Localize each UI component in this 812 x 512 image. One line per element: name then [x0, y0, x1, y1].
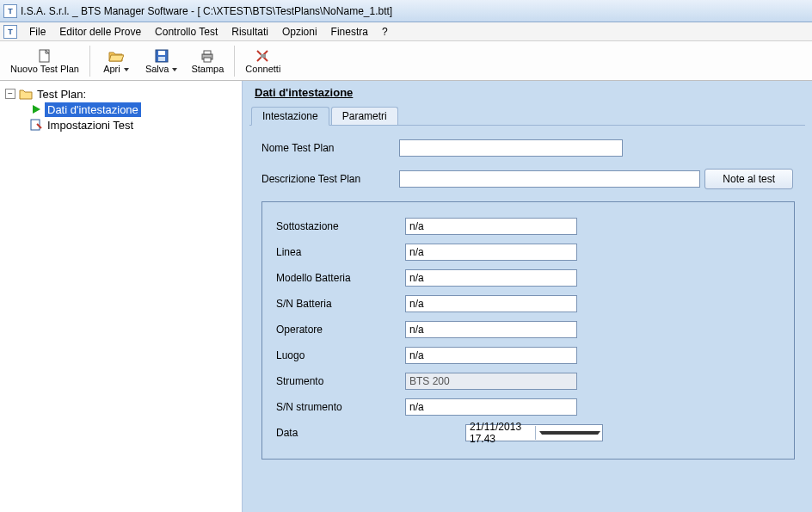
dropdown-arrow-icon[interactable] — [535, 426, 601, 440]
input-luogo[interactable] — [405, 347, 577, 364]
content-panel: Dati d'intestazione Intestazione Paramet… — [243, 81, 812, 512]
window-titlebar: T I.S.A. S.r.l. _ BTS Manager Software -… — [0, 0, 812, 22]
toolbar-connect[interactable]: Connetti — [240, 44, 286, 78]
row-strumento: Strumento — [276, 373, 784, 390]
input-strumento — [405, 373, 577, 390]
label-sn-strumento: S/N strumento — [276, 401, 405, 413]
tree-item-dati-intestazione[interactable]: Dati d'intestazione — [3, 102, 238, 117]
label-luogo: Luogo — [276, 349, 405, 361]
menu-file[interactable]: File — [22, 24, 52, 40]
menu-editor-prove[interactable]: Editor delle Prove — [52, 24, 148, 40]
details-groupbox: Sottostazione Linea Modello Batteria S/N… — [261, 201, 795, 460]
mdi-child-icon: T — [3, 25, 17, 39]
input-sn-strumento[interactable] — [405, 398, 577, 416]
input-nome-testplan[interactable] — [399, 139, 623, 157]
tab-body: Nome Test Plan Descrizione Test Plan Not… — [249, 125, 805, 468]
toolbar-connect-label: Connetti — [245, 64, 280, 74]
row-sottostazione: Sottostazione — [276, 218, 784, 235]
toolbar-new-label: Nuovo Test Plan — [10, 64, 79, 74]
label-linea: Linea — [276, 246, 405, 258]
folder-icon — [19, 88, 33, 100]
folder-open-icon — [108, 48, 124, 64]
label-modello-batteria: Modello Batteria — [276, 272, 405, 284]
label-descrizione-testplan: Descrizione Test Plan — [261, 173, 399, 185]
label-strumento: Strumento — [276, 375, 405, 387]
toolbar: Nuovo Test Plan Apri Salva Stampa Connet… — [0, 41, 812, 81]
menubar: T File Editor delle Prove Controllo Test… — [0, 22, 812, 41]
label-nome-testplan: Nome Test Plan — [261, 142, 399, 154]
input-sottostazione[interactable] — [405, 218, 577, 235]
menu-help[interactable]: ? — [375, 24, 395, 40]
row-descrizione-testplan: Descrizione Test Plan Note al test — [261, 169, 793, 189]
main-area: − Test Plan: Dati d'intestazione Imposta… — [0, 81, 812, 512]
svg-rect-2 — [158, 51, 165, 55]
row-linea: Linea — [276, 244, 784, 261]
input-operatore[interactable] — [405, 321, 577, 338]
row-sn-strumento: S/N strumento — [276, 398, 784, 416]
tab-parametri[interactable]: Parametri — [331, 107, 398, 125]
svg-rect-9 — [261, 54, 266, 58]
label-data: Data — [276, 427, 405, 439]
row-nome-testplan: Nome Test Plan — [261, 139, 793, 157]
row-data: Data 21/11/2013 17.43 — [276, 424, 784, 441]
tree-panel: − Test Plan: Dati d'intestazione Imposta… — [0, 81, 243, 512]
save-icon — [155, 48, 169, 64]
svg-rect-6 — [204, 58, 211, 62]
printer-icon — [200, 48, 215, 64]
input-linea[interactable] — [405, 244, 577, 261]
toolbar-separator — [89, 46, 90, 77]
toolbar-print-label: Stampa — [191, 64, 224, 74]
tree-root-label: Test Plan: — [34, 87, 89, 102]
toolbar-open-label: Apri — [103, 64, 129, 74]
svg-rect-5 — [204, 51, 211, 54]
toolbar-separator — [234, 46, 235, 77]
row-sn-batteria: S/N Batteria — [276, 295, 784, 312]
tree-item-impostazioni-test[interactable]: Impostazioni Test — [3, 117, 238, 133]
menu-opzioni[interactable]: Opzioni — [275, 24, 324, 40]
label-sn-batteria: S/N Batteria — [276, 298, 405, 310]
settings-doc-icon — [29, 119, 43, 131]
row-luogo: Luogo — [276, 347, 784, 364]
menu-controllo-test[interactable]: Controllo Test — [148, 24, 225, 40]
toolbar-save[interactable]: Salva — [140, 44, 183, 78]
collapse-icon[interactable]: − — [5, 89, 15, 99]
menu-risultati[interactable]: Risultati — [225, 24, 275, 40]
app-icon: T — [3, 4, 17, 18]
input-modello-batteria[interactable] — [405, 269, 577, 287]
input-data[interactable]: 21/11/2013 17.43 — [465, 424, 603, 441]
toolbar-open[interactable]: Apri — [95, 44, 137, 78]
row-modello-batteria: Modello Batteria — [276, 269, 784, 287]
svg-rect-3 — [158, 57, 165, 61]
tree-item-label: Impostazioni Test — [45, 118, 136, 133]
datetime-value: 21/11/2013 17.43 — [470, 421, 535, 445]
play-icon — [29, 104, 43, 114]
window-title: I.S.A. S.r.l. _ BTS Manager Software - [… — [21, 5, 392, 17]
connect-icon — [255, 48, 271, 64]
tabstrip: Intestazione Parametri — [251, 104, 805, 125]
dropdown-arrow-icon — [172, 68, 177, 71]
label-sottostazione: Sottostazione — [276, 220, 405, 232]
tree-root[interactable]: − Test Plan: — [3, 86, 238, 102]
input-descrizione-testplan[interactable] — [399, 170, 700, 188]
row-operatore: Operatore — [276, 321, 784, 338]
toolbar-print[interactable]: Stampa — [186, 44, 229, 78]
tree-item-label: Dati d'intestazione — [45, 102, 141, 117]
label-operatore: Operatore — [276, 324, 405, 336]
note-al-test-button[interactable]: Note al test — [704, 169, 793, 189]
input-sn-batteria[interactable] — [405, 295, 577, 312]
toolbar-new-testplan[interactable]: Nuovo Test Plan — [5, 44, 84, 78]
menu-finestra[interactable]: Finestra — [324, 24, 375, 40]
new-document-icon — [38, 48, 52, 64]
tab-intestazione[interactable]: Intestazione — [251, 107, 329, 126]
section-title: Dati d'intestazione — [255, 86, 805, 99]
dropdown-arrow-icon — [124, 68, 129, 71]
toolbar-save-label: Salva — [145, 64, 178, 74]
